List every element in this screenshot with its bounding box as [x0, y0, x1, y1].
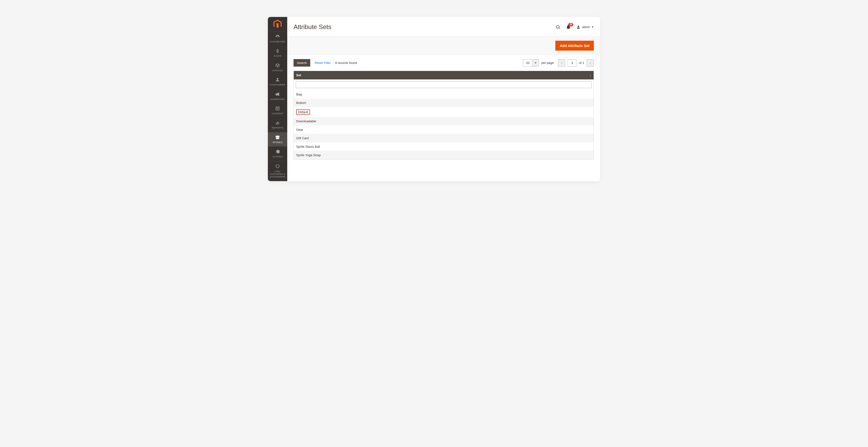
grid-toolbar: Search Reset Filter 9 records found 20 ▼… — [287, 55, 600, 69]
grid-search-button[interactable]: Search — [293, 59, 310, 67]
nav-stores[interactable]: STORES — [268, 132, 287, 147]
nav-content[interactable]: CONTENT — [268, 103, 287, 118]
notifications-badge: 39 — [568, 23, 573, 26]
nav-label: FIND PARTNERS & EXTENSIONS — [268, 170, 287, 178]
search-icon — [556, 25, 561, 30]
nav-label: SYSTEM — [273, 155, 283, 158]
grid-body: BagBottomDefaultDownloadableGearGift Car… — [294, 90, 594, 159]
title-bar: Attribute Sets 39 admin ▼ — [287, 17, 600, 36]
table-row[interactable]: Bag — [294, 90, 594, 99]
box-icon — [275, 63, 280, 68]
sort-arrow-icon: ↓ — [590, 74, 591, 77]
table-row[interactable]: Sprite Stasis Ball — [294, 142, 594, 151]
layout-icon — [275, 106, 280, 111]
nav-system[interactable]: SYSTEM — [268, 147, 287, 161]
storefront-icon — [275, 135, 280, 140]
nav-dashboard[interactable]: DASHBOARD — [268, 31, 287, 46]
gauge-icon — [275, 34, 280, 39]
set-filter-input[interactable] — [296, 82, 592, 88]
page-number-input[interactable] — [568, 59, 577, 67]
toolbar-right: 20 ▼ per page ‹ of 1 › — [523, 59, 594, 67]
nav-label: CONTENT — [272, 112, 283, 115]
person-icon — [275, 77, 280, 82]
puzzle-icon — [275, 164, 280, 169]
add-attribute-set-button[interactable]: Add Attribute Set — [555, 41, 594, 51]
nav-reports[interactable]: REPORTS — [268, 118, 287, 132]
chevron-left-icon: ‹ — [561, 61, 562, 65]
grid-header-row[interactable]: Set ↓ — [294, 71, 594, 79]
nav-marketing[interactable]: MARKETING — [268, 89, 287, 103]
megaphone-icon — [275, 92, 280, 97]
nav-label: REPORTS — [272, 126, 283, 129]
account-username: admin — [582, 25, 590, 29]
page-actions: Add Attribute Set — [287, 36, 600, 55]
next-page-button[interactable]: › — [587, 59, 594, 67]
magento-logo-icon — [273, 20, 282, 29]
nav-label: DASHBOARD — [270, 40, 285, 43]
top-actions: 39 admin ▼ — [556, 25, 594, 30]
per-page-label: per page — [541, 61, 554, 65]
main-content: Attribute Sets 39 admin ▼ Add Attribute … — [287, 17, 600, 181]
page-of-label: of 1 — [579, 61, 584, 65]
per-page-control: 20 ▼ per page — [523, 59, 554, 67]
table-row[interactable]: Gear — [294, 125, 594, 134]
notifications-button[interactable]: 39 — [566, 25, 571, 30]
table-row[interactable]: Default — [294, 107, 594, 117]
per-page-select[interactable]: 20 ▼ — [523, 59, 539, 67]
table-row[interactable]: Bottom — [294, 99, 594, 107]
nav-catalog[interactable]: CATALOG — [268, 60, 287, 74]
nav-label: CATALOG — [272, 69, 283, 72]
column-header-set: Set — [296, 73, 301, 77]
user-icon — [576, 25, 581, 29]
chevron-down-icon: ▼ — [591, 26, 594, 28]
magento-logo[interactable] — [270, 17, 285, 31]
nav-label: STORES — [273, 141, 283, 143]
gear-icon — [275, 149, 280, 154]
pagination: ‹ of 1 › — [558, 59, 594, 67]
nav-partners[interactable]: FIND PARTNERS & EXTENSIONS — [268, 161, 287, 181]
chevron-right-icon: › — [590, 61, 591, 65]
app-frame: DASHBOARD SALES CATALOG CUSTOMERS MARKET — [268, 17, 600, 181]
attribute-set-grid: Set ↓ BagBottomDefaultDownloadableGearGi… — [293, 71, 594, 160]
chevron-down-icon: ▼ — [532, 60, 538, 66]
nav-sales[interactable]: SALES — [268, 46, 287, 60]
reset-filter-button[interactable]: Reset Filter — [315, 61, 331, 65]
admin-sidebar: DASHBOARD SALES CATALOG CUSTOMERS MARKET — [268, 17, 287, 181]
nav-customers[interactable]: CUSTOMERS — [268, 74, 287, 89]
grid-header: Set ↓ — [294, 71, 594, 79]
global-search-button[interactable] — [556, 25, 561, 30]
nav-label: CUSTOMERS — [270, 83, 285, 86]
highlighted-cell: Default — [296, 109, 310, 115]
page-title: Attribute Sets — [293, 23, 331, 31]
dollar-icon — [275, 48, 280, 54]
bar-chart-icon — [275, 120, 280, 125]
table-row[interactable]: Sprite Yoga Strap — [294, 151, 594, 159]
account-menu[interactable]: admin ▼ — [576, 25, 594, 29]
table-row[interactable]: Downloadable — [294, 117, 594, 125]
grid-filter-row — [294, 79, 594, 90]
nav-label: MARKETING — [270, 98, 285, 100]
per-page-value: 20 — [523, 60, 532, 66]
prev-page-button[interactable]: ‹ — [558, 59, 565, 67]
table-row[interactable]: Gift Card — [294, 134, 594, 142]
toolbar-left: Search Reset Filter 9 records found — [293, 59, 357, 67]
records-found-label: 9 records found — [335, 61, 357, 65]
nav-label: SALES — [274, 55, 281, 57]
